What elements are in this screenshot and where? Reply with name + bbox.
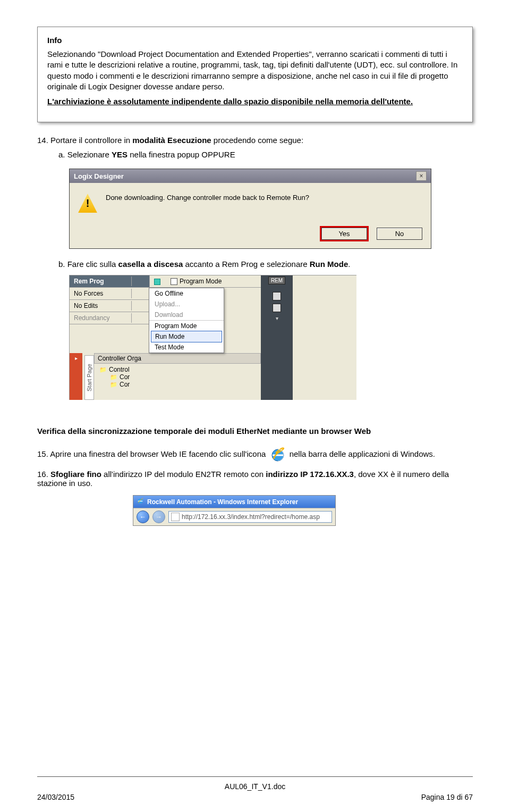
tree-node-cor2[interactable]: Cor bbox=[110, 381, 258, 388]
back-button[interactable]: ← bbox=[137, 510, 149, 523]
info-emphasis: L'archiviazione è assolutamente indipend… bbox=[47, 96, 463, 107]
step16-text-a: Sfogliare fino bbox=[50, 470, 104, 479]
step14-bold: modalità Esecuzione bbox=[132, 136, 211, 145]
no-forces-label: No Forces bbox=[70, 289, 132, 298]
ie-titlebar: Rockwell Automation - Windows Internet E… bbox=[133, 496, 335, 508]
step15-number: 15. bbox=[37, 449, 48, 458]
no-button[interactable]: No bbox=[377, 228, 422, 240]
step14-number: 14. bbox=[37, 136, 48, 145]
sub-a-pre: a. Selezionare bbox=[58, 150, 112, 159]
menu-test-mode[interactable]: Test Mode bbox=[149, 342, 224, 353]
info-paragraph: Selezionando "Download Project Documenta… bbox=[47, 49, 463, 92]
no-edits-label: No Edits bbox=[70, 301, 132, 311]
sub-b-mid: accanto a Rem Prog e selezionare bbox=[183, 259, 309, 269]
address-bar[interactable]: http://172.16.xx.3/index.html?redirect=/… bbox=[168, 511, 332, 523]
footer-date: 24/03/2015 bbox=[37, 793, 74, 801]
status-indicator-icon bbox=[154, 279, 160, 285]
sub-b-b2: Run Mode bbox=[310, 259, 348, 269]
redundancy-label: Redundancy bbox=[70, 313, 132, 323]
status-square-2 bbox=[273, 304, 281, 312]
sub-a-post: nella finestra popup OPPURE bbox=[128, 150, 235, 159]
menu-download: Download bbox=[149, 309, 224, 320]
rem-badge: REM bbox=[268, 277, 285, 284]
tree-node-cor1[interactable]: Cor bbox=[110, 373, 258, 381]
yes-button[interactable]: Yes bbox=[321, 228, 367, 240]
sub-b-end: . bbox=[348, 259, 350, 269]
tree-collapse-icon[interactable]: ▸ bbox=[75, 355, 78, 361]
internet-explorer-icon[interactable] bbox=[269, 446, 286, 463]
warning-icon bbox=[78, 194, 97, 213]
sub-b-pre: b. Fare clic sulla bbox=[58, 259, 118, 269]
program-mode-checkbox[interactable] bbox=[171, 278, 177, 285]
sub-b-b1: casella a discesa bbox=[118, 259, 183, 269]
step-15: 15. Aprire una finestra del browser Web … bbox=[37, 446, 473, 463]
step14-sub-a: a. Selezionare YES nella finestra popup … bbox=[58, 150, 473, 159]
dialog-message: Done downloading. Change controller mode… bbox=[106, 194, 309, 202]
dialog-titlebar: Logix Designer × bbox=[70, 169, 431, 183]
step14-sub-b: b. Fare clic sulla casella a discesa acc… bbox=[58, 259, 473, 269]
tree-node-control[interactable]: Control bbox=[99, 366, 258, 373]
menu-program-mode[interactable]: Program Mode bbox=[149, 320, 224, 331]
dialog-title: Logix Designer bbox=[74, 172, 124, 180]
tree-panel-title: Controller Orga bbox=[94, 353, 261, 364]
start-page-tab[interactable]: Start Page bbox=[84, 355, 94, 400]
menu-go-offline[interactable]: Go Offline bbox=[149, 288, 224, 299]
status-square-1 bbox=[273, 292, 281, 300]
step16-text-b: all'indirizzo IP del modulo EN2TR remoto… bbox=[104, 470, 266, 479]
controller-tree: ▸ Start Page Controller Orga Control Cor… bbox=[70, 353, 261, 400]
step14-text-b: procedendo come segue: bbox=[211, 136, 303, 145]
rem-prog-label[interactable]: Rem Prog bbox=[70, 277, 132, 286]
menu-run-mode[interactable]: Run Mode bbox=[151, 331, 222, 342]
footer-page: Pagina 19 di 67 bbox=[421, 793, 473, 801]
logix-dialog: Logix Designer × Done downloading. Chang… bbox=[69, 169, 431, 249]
ie-browser-screenshot: Rockwell Automation - Windows Internet E… bbox=[133, 495, 336, 526]
footer-docname: AUL06_IT_V1.doc bbox=[37, 782, 473, 791]
sub-a-bold: YES bbox=[112, 150, 128, 159]
ie-window-title: Rockwell Automation - Windows Internet E… bbox=[147, 498, 298, 506]
step15-text-a: Aprire una finestra del browser Web IE f… bbox=[50, 449, 268, 458]
step14-text-a: Portare il controllore in bbox=[50, 136, 132, 145]
close-icon[interactable]: × bbox=[416, 171, 427, 181]
step16-bold: indirizzo IP 172.16.XX.3 bbox=[266, 470, 354, 479]
program-mode-chk-label: Program Mode bbox=[180, 278, 222, 285]
menu-upload: Upload... bbox=[149, 299, 224, 309]
info-heading: Info bbox=[47, 36, 463, 45]
ie-favicon bbox=[137, 497, 144, 506]
right-status-strip: REM bbox=[261, 275, 293, 400]
info-callout-box: Info Selezionando "Download Project Docu… bbox=[37, 27, 473, 122]
chevron-down-icon[interactable] bbox=[276, 315, 278, 321]
tree-title-text: Controller Orga bbox=[98, 355, 141, 362]
step-14: 14. Portare il controllore in modalità E… bbox=[37, 136, 473, 159]
section-heading: Verifica della sincronizzazione temporal… bbox=[37, 426, 473, 436]
page-icon bbox=[171, 513, 180, 521]
step16-number: 16. bbox=[37, 470, 48, 479]
controller-toolbar-screenshot: Rem Prog No Forces No Edits Redundancy P… bbox=[69, 275, 356, 400]
url-text: http://172.16.xx.3/index.html?redirect=/… bbox=[182, 513, 320, 521]
forward-button: → bbox=[152, 510, 165, 523]
page-footer: AUL06_IT_V1.doc 24/03/2015 Pagina 19 di … bbox=[37, 776, 473, 801]
mode-dropdown-menu: Go Offline Upload... Download Program Mo… bbox=[149, 288, 224, 353]
step15-text-b: nella barra delle applicazioni di Window… bbox=[290, 449, 435, 458]
step-16: 16. Sfogliare fino all'indirizzo IP del … bbox=[37, 470, 473, 488]
